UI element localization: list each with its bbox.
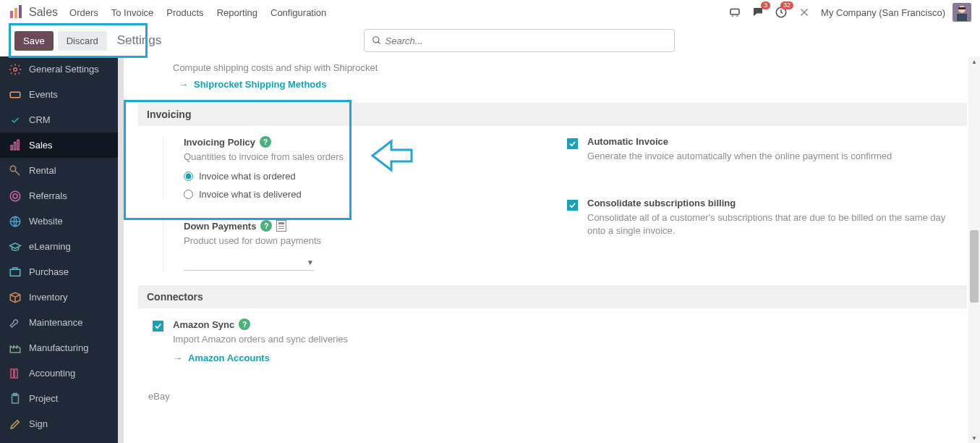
- svg-rect-17: [17, 140, 19, 150]
- help-icon[interactable]: ?: [260, 136, 271, 148]
- settings-content: Compute shipping costs and ship with Shi…: [124, 56, 980, 443]
- shiprocket-link-label: Shiprocket Shipping Methods: [194, 79, 326, 90]
- clock-icon[interactable]: 32: [775, 6, 788, 19]
- amazon-sync-title: Amazon Sync: [173, 319, 234, 330]
- scroll-thumb[interactable]: [970, 230, 979, 303]
- sidebar-item-project[interactable]: Project: [0, 386, 118, 411]
- ebay-partial: eBay: [138, 391, 967, 406]
- svg-rect-15: [11, 145, 12, 150]
- chat-badge: 3: [761, 1, 770, 9]
- down-payment-product-select[interactable]: ▼: [184, 255, 314, 271]
- svg-rect-24: [14, 369, 17, 378]
- sidebar-scrollbar[interactable]: [118, 56, 124, 443]
- breadcrumb: Settings: [117, 33, 161, 48]
- save-button[interactable]: Save: [14, 31, 54, 51]
- sidebar-item-events[interactable]: Events: [0, 82, 118, 107]
- sidebar-item-sales[interactable]: Sales: [0, 132, 118, 158]
- sidebar-item-label: Manufacturing: [29, 342, 88, 353]
- sidebar-item-crm[interactable]: CRM: [0, 107, 118, 132]
- invoicing-policy-desc: Quantities to invoice from sales orders: [184, 151, 538, 164]
- shiprocket-link[interactable]: → Shiprocket Shipping Methods: [179, 79, 967, 90]
- nav-orders[interactable]: Orders: [69, 7, 98, 18]
- nav-products[interactable]: Products: [166, 7, 203, 18]
- scroll-up-icon[interactable]: ▲: [968, 56, 980, 67]
- clock-badge: 32: [780, 1, 793, 9]
- svg-rect-9: [957, 14, 967, 21]
- checkbox-consolidate[interactable]: [567, 200, 578, 211]
- content-scrollbar[interactable]: ▲ ▼: [968, 56, 980, 443]
- sidebar-item-accounting[interactable]: Accounting: [0, 360, 118, 386]
- svg-point-13: [14, 67, 17, 71]
- globe-icon: [9, 215, 22, 228]
- help-icon[interactable]: ?: [260, 220, 272, 232]
- amazon-sync-desc: Import Amazon orders and sync deliveries: [173, 333, 538, 346]
- sidebar-item-label: Inventory: [29, 292, 67, 303]
- wrench-icon: [9, 316, 22, 329]
- amazon-accounts-link[interactable]: → Amazon Accounts: [173, 353, 538, 363]
- sidebar-item-label: Accounting: [29, 368, 75, 379]
- sidebar-item-rental[interactable]: Rental: [0, 158, 118, 183]
- ticket-icon: [9, 88, 22, 101]
- shiprocket-desc: Compute shipping costs and ship with Shi…: [173, 62, 967, 73]
- sidebar-item-inventory[interactable]: Inventory: [0, 284, 118, 310]
- help-icon[interactable]: ?: [239, 318, 250, 330]
- section-invoicing-header: Invoicing: [138, 103, 967, 126]
- user-avatar[interactable]: [953, 3, 971, 22]
- svg-rect-16: [14, 142, 16, 150]
- pen-icon: [9, 418, 22, 431]
- sidebar-item-purchase[interactable]: Purchase: [0, 259, 118, 284]
- bars-icon: [9, 139, 22, 152]
- amazon-accounts-label: Amazon Accounts: [188, 353, 270, 363]
- sidebar-item-website[interactable]: Website: [0, 208, 118, 234]
- sidebar-item-label: Project: [29, 393, 58, 404]
- svg-rect-10: [958, 7, 966, 9]
- svg-rect-3: [730, 9, 739, 15]
- search-input[interactable]: [385, 35, 668, 46]
- svg-rect-0: [10, 11, 13, 18]
- discard-button[interactable]: Discard: [58, 31, 107, 51]
- sidebar-item-label: CRM: [29, 114, 51, 125]
- radio-ordered-input[interactable]: [184, 172, 193, 181]
- consolidate-title: Consolidate subscriptions billing: [587, 198, 736, 208]
- invoicing-policy-title: Invoicing Policy: [184, 137, 255, 148]
- radio-invoice-delivered[interactable]: Invoice what is delivered: [184, 189, 538, 200]
- checkbox-amazon[interactable]: [153, 321, 163, 332]
- sidebar-item-referrals[interactable]: Referrals: [0, 183, 118, 208]
- company-name[interactable]: My Company (San Francisco): [821, 7, 945, 18]
- sidebar-item-sign[interactable]: Sign: [0, 411, 118, 436]
- search-box[interactable]: [364, 29, 675, 52]
- sidebar-item-maintenance[interactable]: Maintenance: [0, 310, 118, 335]
- cart-icon: [9, 266, 22, 279]
- sidebar-item-label: Sign: [29, 418, 48, 429]
- radio-invoice-ordered[interactable]: Invoice what is ordered: [184, 171, 538, 182]
- svg-rect-2: [19, 5, 22, 18]
- down-payments-desc: Product used for down payments: [184, 235, 538, 248]
- sidebar-item-elearning[interactable]: eLearning: [0, 234, 118, 259]
- auto-invoice-title: Automatic Invoice: [587, 136, 668, 147]
- tools-icon[interactable]: [798, 6, 811, 19]
- calculator-icon[interactable]: [276, 220, 286, 232]
- sidebar-item-label: Sales: [29, 140, 53, 151]
- checkbox-auto-invoice[interactable]: [567, 138, 578, 149]
- radio-delivered-input[interactable]: [184, 190, 193, 199]
- search-icon: [372, 35, 382, 46]
- sidebar-item-manufacturing[interactable]: Manufacturing: [0, 335, 118, 360]
- chat-icon[interactable]: 3: [751, 6, 764, 19]
- consolidate-desc: Consolidate all of a customer's subscrip…: [587, 211, 953, 237]
- sidebar-item-label: Rental: [29, 165, 56, 176]
- nav-configuration[interactable]: Configuration: [270, 7, 326, 18]
- svg-rect-22: [10, 269, 20, 276]
- svg-rect-14: [10, 92, 20, 98]
- sidebar-item-general-settings[interactable]: General Settings: [0, 56, 118, 82]
- nav-to-invoice[interactable]: To Invoice: [111, 7, 154, 18]
- top-navbar: Sales Orders To Invoice Products Reporti…: [0, 0, 980, 25]
- app-logo-icon: [9, 5, 23, 20]
- phone-icon[interactable]: [728, 6, 741, 19]
- arrow-right-icon: →: [173, 353, 182, 363]
- app-brand[interactable]: Sales: [29, 6, 58, 19]
- scroll-down-icon[interactable]: ▼: [968, 433, 980, 443]
- nav-reporting[interactable]: Reporting: [217, 7, 257, 18]
- key-icon: [9, 164, 22, 177]
- sidebar-item-label: Referrals: [29, 190, 67, 201]
- annotation-arrow-icon: [370, 138, 413, 177]
